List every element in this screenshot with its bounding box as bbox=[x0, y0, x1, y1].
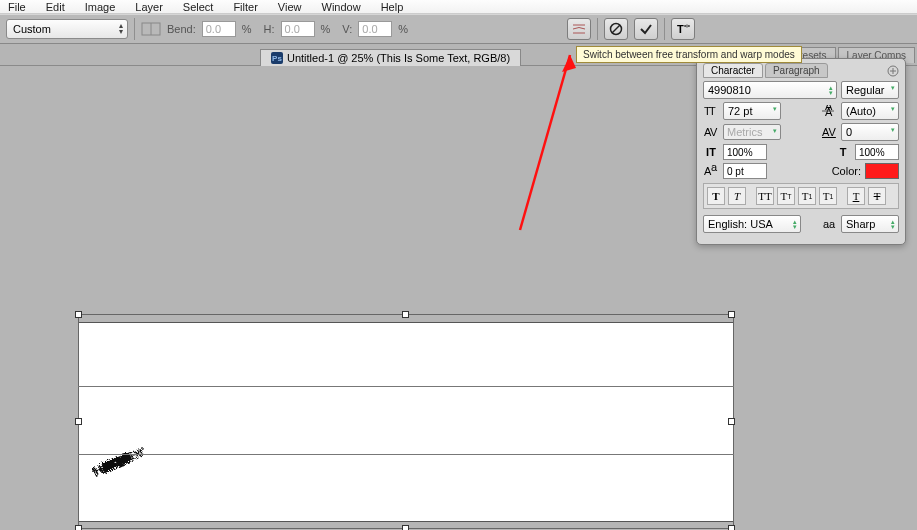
antialias-icon: aa bbox=[821, 217, 837, 231]
transform-handle[interactable] bbox=[402, 525, 409, 530]
grid-line bbox=[78, 454, 734, 455]
hscale-input[interactable]: 100% bbox=[855, 144, 899, 160]
type-style-buttons: T T TT TT T1 T1 T T bbox=[703, 183, 899, 209]
allcaps-button[interactable]: TT bbox=[756, 187, 774, 205]
transform-handle[interactable] bbox=[75, 418, 82, 425]
menu-edit[interactable]: Edit bbox=[46, 1, 65, 13]
underline-button[interactable]: T bbox=[847, 187, 865, 205]
svg-marker-7 bbox=[562, 55, 576, 72]
svg-text:AV: AV bbox=[822, 126, 836, 138]
menu-file[interactable]: File bbox=[8, 1, 26, 13]
tab-paragraph[interactable]: Paragraph bbox=[765, 63, 828, 78]
ps-file-icon: Ps bbox=[271, 52, 283, 64]
bend-label: Bend: bbox=[167, 23, 196, 35]
grid-line bbox=[78, 386, 734, 387]
font-size-icon: TT bbox=[703, 104, 719, 118]
vscale-icon: IT bbox=[703, 145, 719, 159]
transform-handle[interactable] bbox=[728, 418, 735, 425]
bold-button[interactable]: T bbox=[707, 187, 725, 205]
h-input[interactable]: 0.0 bbox=[281, 21, 315, 37]
warp-mode-toggle-button[interactable] bbox=[567, 18, 591, 40]
tooltip: Switch between free transform and warp m… bbox=[576, 46, 802, 63]
menu-bar: File Edit Image Layer Select Filter View… bbox=[0, 0, 917, 14]
baseline-icon: Aa bbox=[703, 164, 719, 178]
subscript-button[interactable]: T1 bbox=[819, 187, 837, 205]
v-label: V: bbox=[342, 23, 352, 35]
transform-handle[interactable] bbox=[402, 311, 409, 318]
language-select[interactable]: English: USA▴▾ bbox=[703, 215, 801, 233]
font-size-input[interactable]: 72 pt▾ bbox=[723, 102, 781, 120]
menu-image[interactable]: Image bbox=[85, 1, 116, 13]
superscript-button[interactable]: T1 bbox=[798, 187, 816, 205]
strikethrough-button[interactable]: T bbox=[868, 187, 886, 205]
separator bbox=[664, 18, 665, 40]
menu-select[interactable]: Select bbox=[183, 1, 214, 13]
cancel-button[interactable] bbox=[604, 18, 628, 40]
panel-menu-icon[interactable] bbox=[885, 65, 901, 77]
tracking-input[interactable]: 0▾ bbox=[841, 123, 899, 141]
warp-style-select[interactable]: Custom▴▾ bbox=[6, 19, 128, 39]
v-input[interactable]: 0.0 bbox=[358, 21, 392, 37]
antialias-select[interactable]: Sharp▴▾ bbox=[841, 215, 899, 233]
menu-view[interactable]: View bbox=[278, 1, 302, 13]
color-swatch[interactable] bbox=[865, 163, 899, 179]
italic-button[interactable]: T bbox=[728, 187, 746, 205]
svg-text:T: T bbox=[709, 105, 716, 117]
character-panel: Character Paragraph 4990810▴▾ Regular▾ T… bbox=[696, 58, 906, 245]
transform-bounding-box[interactable] bbox=[78, 314, 734, 529]
commit-button[interactable] bbox=[634, 18, 658, 40]
leading-icon: AA bbox=[821, 104, 837, 118]
svg-text:T: T bbox=[677, 23, 684, 35]
kerning-icon: AV bbox=[703, 125, 719, 139]
bend-input[interactable]: 0.0 bbox=[202, 21, 236, 37]
leading-input[interactable]: (Auto)▾ bbox=[841, 102, 899, 120]
menu-layer[interactable]: Layer bbox=[135, 1, 163, 13]
smallcaps-button[interactable]: TT bbox=[777, 187, 795, 205]
menu-filter[interactable]: Filter bbox=[233, 1, 257, 13]
kerning-input[interactable]: Metrics▾ bbox=[723, 124, 781, 140]
font-family-select[interactable]: 4990810▴▾ bbox=[703, 81, 837, 99]
transform-handle[interactable] bbox=[728, 525, 735, 530]
transform-handle[interactable] bbox=[728, 311, 735, 318]
hscale-icon: T bbox=[835, 145, 851, 159]
menu-window[interactable]: Window bbox=[322, 1, 361, 13]
baseline-input[interactable]: 0 pt bbox=[723, 163, 767, 179]
separator bbox=[597, 18, 598, 40]
svg-text:a: a bbox=[711, 165, 718, 173]
transform-handle[interactable] bbox=[75, 311, 82, 318]
transform-handle[interactable] bbox=[75, 525, 82, 530]
tracking-icon: AV bbox=[821, 125, 837, 139]
orientation-icon[interactable] bbox=[141, 22, 161, 36]
font-style-select[interactable]: Regular▾ bbox=[841, 81, 899, 99]
separator bbox=[134, 18, 135, 40]
options-bar: Custom▴▾ Bend: 0.0 % H: 0.0 % V: 0.0 % T bbox=[0, 14, 917, 44]
vscale-input[interactable]: 100% bbox=[723, 144, 767, 160]
tab-character[interactable]: Character bbox=[703, 63, 763, 78]
h-label: H: bbox=[264, 23, 275, 35]
svg-line-3 bbox=[612, 25, 620, 33]
color-label: Color: bbox=[832, 165, 861, 177]
svg-line-6 bbox=[520, 55, 570, 230]
annotation-arrow bbox=[470, 50, 590, 250]
menu-help[interactable]: Help bbox=[381, 1, 404, 13]
svg-text:V: V bbox=[710, 126, 718, 138]
warp-text-button[interactable]: T bbox=[671, 18, 695, 40]
